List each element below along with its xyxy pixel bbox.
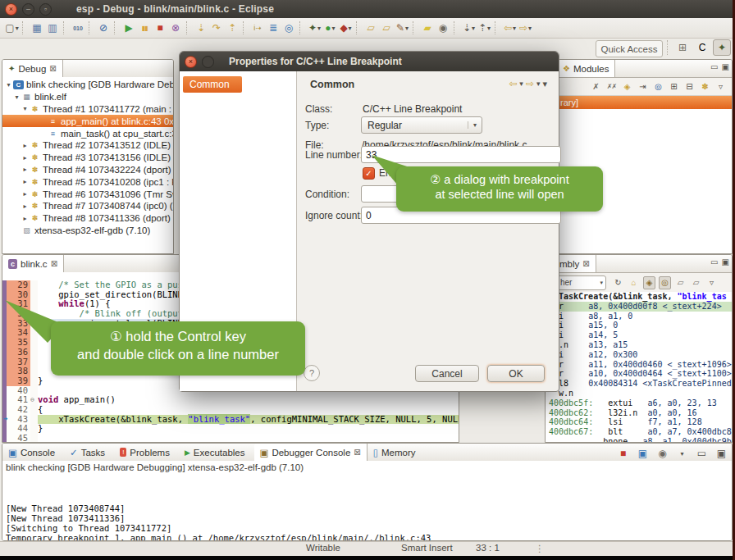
instruction-stepping-icon[interactable]: i⇢ [251, 20, 265, 35]
save-all-icon[interactable]: ▥ [46, 20, 60, 35]
show-debug-view-icon[interactable]: ≣ [267, 20, 281, 35]
step-over-icon[interactable]: ↷ [210, 20, 224, 35]
debug-tree-row[interactable]: ▸ ✽ Thread #4 1073432224 (dport) (Sus [2, 164, 173, 176]
skip-breakpoints-icon[interactable]: ⊘ [97, 20, 111, 35]
run-dropdown-icon[interactable]: ●▾ [323, 20, 337, 35]
minimize-icon[interactable]: ▭ [710, 257, 718, 266]
debug-tree-row[interactable]: ≡ main_task() at cpu_start.c:339 0x4 [2, 127, 173, 139]
tree-expander-icon[interactable]: ▾ [4, 81, 13, 89]
dialog-close-button[interactable]: × [185, 56, 197, 68]
load-symbols-icon[interactable]: ◈ [620, 80, 634, 94]
chevron-down-icon[interactable]: ▾ [519, 80, 523, 88]
debug-tree-row[interactable]: ▾ C blink checking [GDB Hardware Debug [2, 79, 173, 91]
open-resource-folder-icon[interactable]: ▱ [380, 20, 394, 35]
terminate-console-icon[interactable]: ■ [616, 446, 630, 461]
maximize-icon[interactable]: ▣ [722, 62, 729, 71]
debug-tree-row[interactable]: ▸ ✽ Thread #5 1073410208 (ipc1 : Runni [2, 175, 173, 188]
maximize-icon[interactable]: ▣ [714, 446, 728, 461]
fold-marker-icon[interactable] [30, 367, 38, 376]
cpp-perspective-icon[interactable]: C [693, 39, 711, 56]
show-source-icon[interactable]: ◎ [659, 276, 671, 289]
forward-icon[interactable]: ⇨▾ [518, 20, 532, 35]
home-icon[interactable]: ⌂ [628, 276, 640, 289]
debug-tree-row[interactable]: ▸ ✽ Thread #6 1073431096 (Tmr Svc) (S [2, 188, 173, 200]
tree-expander-icon[interactable]: ▾ [12, 93, 21, 101]
tree-expander-icon[interactable]: ▸ [21, 166, 30, 173]
console-tab[interactable]: ▶ Executables [179, 444, 254, 461]
fold-marker-icon[interactable] [30, 415, 38, 425]
terminate-icon[interactable]: ■ [153, 20, 167, 35]
maximize-icon[interactable]: ▣ [722, 257, 729, 266]
fold-marker-icon[interactable]: ⊖ [30, 395, 38, 405]
view-menu-icon[interactable]: ▿ [705, 276, 718, 289]
next-annotation-icon[interactable]: ⇣▾ [462, 20, 476, 35]
prev-annotation-icon[interactable]: ⇡▾ [477, 20, 491, 35]
resume-icon[interactable]: ▶ [122, 20, 136, 35]
sidebar-item-common[interactable]: Common [183, 76, 242, 93]
console-menu-icon[interactable]: ▾ [675, 446, 689, 461]
collapse-all-icon[interactable]: ⊟ [682, 80, 696, 94]
debug-perspective-icon[interactable]: ✦ [713, 39, 731, 56]
fold-marker-icon[interactable] [30, 348, 38, 357]
code-line[interactable]: 44 } [2, 424, 459, 434]
mark-occurrences-icon[interactable]: ▰ [421, 20, 435, 35]
save-icon[interactable]: ▦ [30, 20, 44, 35]
debug-dropdown-icon[interactable]: ✦▾ [308, 20, 322, 35]
ok-button[interactable]: OK [487, 365, 545, 382]
debug-tree-row[interactable]: ▸ ✽ Thread #3 1073413156 (IDLE) (Susp [2, 152, 173, 164]
code-line[interactable]: 45 [2, 434, 459, 443]
debug-tree-row[interactable]: ≡ app_main() at blink.c:43 0x400db [2, 115, 173, 127]
expand-all-icon[interactable]: ⊞ [667, 80, 681, 94]
line-number[interactable]: 36 [7, 348, 30, 357]
tree-expander-icon[interactable]: ▸ [21, 190, 30, 198]
back-icon[interactable]: ⇦▾ [503, 20, 517, 35]
tree-expander-icon[interactable]: ▾ [21, 105, 30, 112]
link-with-debug-icon[interactable]: ✽ [698, 80, 712, 94]
back-icon[interactable]: ⇦ [509, 78, 517, 89]
view-menu-icon[interactable]: ▿ [714, 80, 728, 94]
suspend-icon[interactable]: ▮▮ [138, 20, 152, 35]
line-number[interactable]: 45 [7, 434, 30, 443]
profile-icon[interactable]: ◉ [436, 20, 450, 35]
fold-marker-icon[interactable] [30, 405, 38, 415]
window-minimize-button[interactable]: – [22, 3, 34, 16]
disconnect-icon[interactable]: ⊗ [169, 20, 183, 35]
tab-debug[interactable]: ✦ Debug ⊠ [2, 60, 63, 77]
fold-marker-icon[interactable] [30, 434, 38, 443]
tab-blink-c[interactable]: c blink.c ⊠ [2, 255, 64, 272]
export-icon[interactable]: ▱ [690, 276, 702, 289]
minimize-icon[interactable]: ▭ [710, 62, 718, 71]
line-number[interactable]: 42 [7, 405, 30, 415]
goto-address-icon[interactable]: ⇥ [636, 80, 650, 94]
close-icon[interactable]: ⊠ [49, 64, 56, 73]
binary-file-icon[interactable]: 010 [71, 20, 85, 35]
tab-modules[interactable]: ❖ Modules [557, 60, 615, 77]
remove-all-modules-icon[interactable]: ✗✗ [605, 80, 619, 94]
fold-marker-icon[interactable] [30, 386, 38, 396]
debug-tree-row[interactable]: ▸ ✽ Thread #2 1073413512 (IDLE) (Susp [2, 139, 173, 152]
console-tab[interactable]: ▣ Debugger Console ⊠ [254, 444, 368, 461]
refresh-icon[interactable]: ↻ [612, 276, 624, 289]
debug-tree-row[interactable]: ▸ ✽ Thread #7 1073408744 (ipc0) (Susp [2, 200, 173, 212]
code-line[interactable]: ➜ 43 xTaskCreate(&blink_task, "blink_tas… [2, 415, 459, 425]
debug-tree-row[interactable]: ▨ xtensa-esp32-elf-gdb (7.10) [2, 225, 173, 237]
line-number[interactable]: 39 [7, 376, 30, 386]
open-project-folder-icon[interactable]: ▱ [364, 20, 378, 35]
track-expression-icon[interactable]: ◈ [643, 276, 655, 289]
debug-tree-row[interactable]: ▾ ▦ blink.elf [2, 91, 173, 103]
debug-tree-row[interactable]: ▸ ✽ Thread #8 1073411336 (dport) (Sus [2, 212, 173, 225]
window-close-button[interactable]: × [5, 3, 17, 16]
tree-expander-icon[interactable]: ▸ [21, 154, 30, 162]
display-selected-console-icon[interactable]: ▣ [636, 446, 650, 461]
external-tools-icon[interactable]: ◆▾ [339, 20, 353, 35]
quick-access-button[interactable]: Quick Access [596, 40, 663, 57]
debug-tree-row[interactable]: ▾ ✽ Thread #1 1073411772 (main : Runn [2, 103, 173, 116]
console-tab[interactable]: ▣ Console [2, 444, 64, 461]
remove-module-icon[interactable]: ✗ [589, 80, 603, 94]
close-icon[interactable]: ⊠ [51, 259, 57, 268]
tree-expander-icon[interactable]: ▸ [21, 203, 30, 210]
dialog-menu-button[interactable] [202, 56, 214, 68]
line-number[interactable]: 29 [7, 280, 30, 290]
type-select[interactable]: Regular ▾ [361, 116, 482, 134]
fold-marker-icon[interactable] [30, 424, 38, 434]
